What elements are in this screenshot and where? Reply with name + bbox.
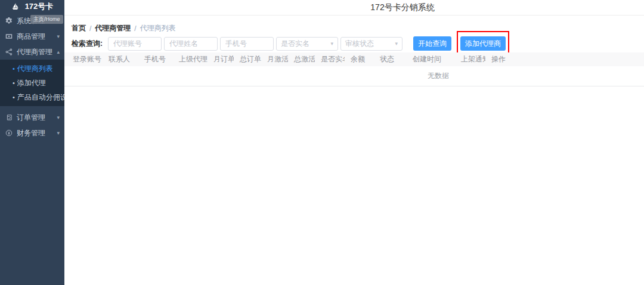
col-status: 状态: [374, 52, 407, 66]
chevron-down-icon: ▾: [57, 130, 60, 136]
sidebar-item-label: 财务管理: [17, 128, 45, 138]
sidebar-item-add-agent[interactable]: • 添加代理: [0, 76, 64, 90]
finance-icon: [5, 129, 13, 137]
phone-input[interactable]: [220, 37, 274, 51]
col-balance: 余额: [345, 52, 374, 66]
start-query-button[interactable]: 开始查询: [413, 36, 451, 51]
agent-name-input[interactable]: [164, 37, 218, 51]
chevron-down-icon: ▾: [57, 114, 60, 120]
submenu-item-label: 代理商列表: [17, 64, 53, 74]
logo-text: 172号卡: [25, 1, 54, 12]
chevron-down-icon: ▾: [330, 41, 333, 47]
col-total-orders: 总订单: [234, 52, 261, 66]
submenu-item-label: 添加代理: [17, 78, 46, 88]
sidebar-item-goods[interactable]: 商品管理 ▾: [0, 29, 64, 44]
chevron-up-icon: ▴: [57, 49, 60, 55]
sidebar: 172号卡 系统管理 ▾ 主页/Home 商品管理 ▾ 代理商管理 ▴: [0, 0, 64, 285]
sidebar-item-agents[interactable]: 代理商管理 ▴: [0, 44, 64, 60]
col-actions: 操作: [485, 52, 644, 66]
table-header-row: 登录账号 联系人 手机号 上级代理 月订单 总订单 月激活 总激活 是否实名 余…: [64, 52, 644, 66]
sidebar-menu: 系统管理 ▾ 主页/Home 商品管理 ▾ 代理商管理 ▴ • 代理商列表 •: [0, 13, 64, 141]
col-phone: 手机号: [138, 52, 173, 66]
home-tooltip: 主页/Home: [30, 15, 63, 24]
bullet-icon: •: [13, 65, 15, 72]
col-total-activations: 总激活: [288, 52, 315, 66]
col-created-time: 创建时间: [407, 52, 455, 66]
sidebar-item-auto-commission[interactable]: • 产品自动分佣设置: [0, 90, 64, 104]
sidebar-item-label: 代理商管理: [17, 47, 52, 57]
main-content: 172号卡分销系统 首页 / 代理商管理 / 代理商列表 检索查询: 是否实名 …: [64, 0, 644, 285]
bullet-icon: •: [13, 94, 15, 101]
chevron-down-icon: ▾: [395, 41, 398, 47]
sidebar-item-label: 商品管理: [17, 32, 45, 42]
col-realname: 是否实名: [315, 52, 345, 66]
agents-table-grid: 登录账号 联系人 手机号 上级代理 月订单 总订单 月激活 总激活 是否实名 余…: [64, 52, 644, 66]
add-agent-button[interactable]: 添加代理商: [460, 36, 506, 51]
top-header: 172号卡分销系统: [64, 0, 644, 16]
gear-icon: [5, 17, 13, 25]
col-month-activations: 月激活: [261, 52, 288, 66]
page-title: 172号卡分销系统: [370, 2, 434, 13]
sidebar-item-orders[interactable]: 订单管理 ▾: [0, 110, 64, 125]
goods-icon: [5, 33, 13, 41]
col-login-account: 登录账号: [64, 52, 103, 66]
sidebar-item-finance[interactable]: 财务管理 ▾: [0, 125, 64, 141]
agents-table: 登录账号 联系人 手机号 上级代理 月订单 总订单 月激活 总激活 是否实名 余…: [64, 52, 644, 86]
logo[interactable]: 172号卡: [0, 0, 64, 13]
sidebar-item-system[interactable]: 系统管理 ▾ 主页/Home: [0, 13, 64, 29]
chevron-down-icon: ▾: [57, 33, 60, 39]
col-listing-notice: 上架通知: [455, 52, 485, 66]
bullet-icon: •: [13, 79, 15, 86]
col-month-orders: 月订单: [208, 52, 234, 66]
realname-select-value: 是否实名: [281, 39, 309, 49]
col-parent-agent: 上级代理: [173, 52, 208, 66]
search-label: 检索查询:: [72, 39, 103, 49]
realname-select[interactable]: 是否实名 ▾: [276, 37, 338, 51]
network-icon: [5, 48, 13, 56]
orders-icon: [5, 114, 13, 122]
col-contact: 联系人: [103, 52, 138, 66]
audit-status-select[interactable]: 审核状态 ▾: [340, 37, 402, 51]
audit-status-select-value: 审核状态: [345, 39, 374, 49]
sidebar-item-label: 订单管理: [17, 113, 45, 123]
sidebar-item-agent-list[interactable]: • 代理商列表: [0, 61, 64, 76]
agent-account-input[interactable]: [108, 37, 162, 51]
agents-submenu: • 代理商列表 • 添加代理 • 产品自动分佣设置: [0, 60, 64, 106]
sailboat-icon: [11, 3, 19, 11]
table-empty-state: 无数据: [64, 66, 644, 86]
